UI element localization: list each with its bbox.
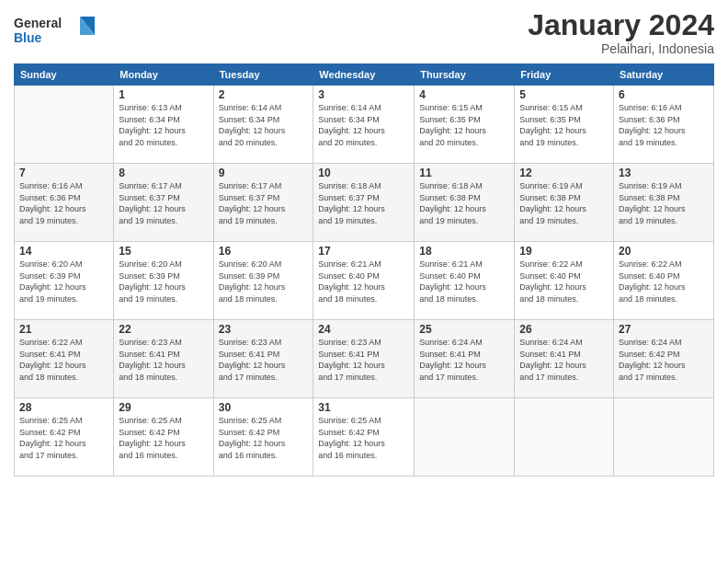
calendar-cell: 4Sunrise: 6:15 AM Sunset: 6:35 PM Daylig… bbox=[415, 86, 515, 164]
calendar-cell bbox=[415, 398, 515, 477]
calendar-cell bbox=[515, 398, 614, 477]
calendar-cell: 5Sunrise: 6:15 AM Sunset: 6:35 PM Daylig… bbox=[515, 86, 614, 164]
calendar-title: January 2024 bbox=[528, 9, 714, 41]
calendar-cell: 3Sunrise: 6:14 AM Sunset: 6:34 PM Daylig… bbox=[313, 86, 415, 164]
week-row-2: 7Sunrise: 6:16 AM Sunset: 6:36 PM Daylig… bbox=[15, 164, 714, 242]
day-number: 22 bbox=[119, 323, 208, 336]
calendar-cell: 10Sunrise: 6:18 AM Sunset: 6:37 PM Dayli… bbox=[313, 164, 415, 242]
calendar-subtitle: Pelaihari, Indonesia bbox=[528, 41, 714, 56]
day-number: 8 bbox=[119, 167, 208, 179]
day-info: Sunrise: 6:22 AM Sunset: 6:40 PM Dayligh… bbox=[619, 259, 709, 304]
day-number: 20 bbox=[619, 245, 709, 258]
day-number: 26 bbox=[519, 323, 609, 336]
weekday-header-thursday: Thursday bbox=[415, 64, 515, 86]
calendar-cell bbox=[614, 398, 714, 477]
weekday-header-friday: Friday bbox=[515, 64, 614, 86]
calendar-cell: 13Sunrise: 6:19 AM Sunset: 6:38 PM Dayli… bbox=[614, 164, 714, 242]
day-info: Sunrise: 6:19 AM Sunset: 6:38 PM Dayligh… bbox=[519, 180, 609, 226]
day-info: Sunrise: 6:25 AM Sunset: 6:42 PM Dayligh… bbox=[19, 415, 108, 461]
day-number: 2 bbox=[219, 88, 309, 101]
calendar-cell: 19Sunrise: 6:22 AM Sunset: 6:40 PM Dayli… bbox=[515, 242, 614, 320]
calendar-cell: 12Sunrise: 6:19 AM Sunset: 6:38 PM Dayli… bbox=[515, 164, 614, 242]
day-info: Sunrise: 6:24 AM Sunset: 6:42 PM Dayligh… bbox=[619, 337, 709, 383]
calendar-cell: 31Sunrise: 6:25 AM Sunset: 6:42 PM Dayli… bbox=[313, 398, 415, 477]
calendar-cell: 30Sunrise: 6:25 AM Sunset: 6:42 PM Dayli… bbox=[213, 398, 313, 477]
day-info: Sunrise: 6:23 AM Sunset: 6:41 PM Dayligh… bbox=[119, 337, 208, 383]
day-number: 10 bbox=[318, 167, 409, 179]
week-row-5: 28Sunrise: 6:25 AM Sunset: 6:42 PM Dayli… bbox=[15, 398, 714, 477]
calendar-cell: 23Sunrise: 6:23 AM Sunset: 6:41 PM Dayli… bbox=[213, 320, 313, 398]
week-row-3: 14Sunrise: 6:20 AM Sunset: 6:39 PM Dayli… bbox=[15, 242, 714, 320]
svg-text:General: General bbox=[14, 16, 62, 30]
day-number: 30 bbox=[219, 401, 309, 414]
day-info: Sunrise: 6:25 AM Sunset: 6:42 PM Dayligh… bbox=[119, 415, 208, 461]
day-number: 18 bbox=[419, 245, 509, 258]
day-info: Sunrise: 6:20 AM Sunset: 6:39 PM Dayligh… bbox=[119, 259, 208, 304]
calendar-table: SundayMondayTuesdayWednesdayThursdayFrid… bbox=[14, 63, 714, 477]
calendar-cell: 24Sunrise: 6:23 AM Sunset: 6:41 PM Dayli… bbox=[313, 320, 415, 398]
calendar-cell: 8Sunrise: 6:17 AM Sunset: 6:37 PM Daylig… bbox=[114, 164, 213, 242]
weekday-header-saturday: Saturday bbox=[614, 64, 714, 86]
logo: General Blue bbox=[14, 9, 97, 54]
day-number: 5 bbox=[519, 88, 609, 101]
calendar-cell: 20Sunrise: 6:22 AM Sunset: 6:40 PM Dayli… bbox=[614, 242, 714, 320]
calendar-cell: 7Sunrise: 6:16 AM Sunset: 6:36 PM Daylig… bbox=[15, 164, 114, 242]
day-number: 9 bbox=[219, 167, 309, 179]
day-number: 29 bbox=[119, 401, 208, 414]
logo-area: General Blue bbox=[14, 9, 97, 54]
weekday-header-row: SundayMondayTuesdayWednesdayThursdayFrid… bbox=[15, 64, 714, 86]
day-info: Sunrise: 6:24 AM Sunset: 6:41 PM Dayligh… bbox=[419, 337, 509, 383]
calendar-cell: 25Sunrise: 6:24 AM Sunset: 6:41 PM Dayli… bbox=[415, 320, 515, 398]
day-number: 21 bbox=[19, 323, 108, 336]
day-info: Sunrise: 6:16 AM Sunset: 6:36 PM Dayligh… bbox=[19, 180, 108, 226]
day-info: Sunrise: 6:21 AM Sunset: 6:40 PM Dayligh… bbox=[318, 259, 409, 304]
svg-text:Blue: Blue bbox=[14, 30, 42, 45]
calendar-cell: 27Sunrise: 6:24 AM Sunset: 6:42 PM Dayli… bbox=[614, 320, 714, 398]
calendar-cell: 18Sunrise: 6:21 AM Sunset: 6:40 PM Dayli… bbox=[415, 242, 515, 320]
day-info: Sunrise: 6:20 AM Sunset: 6:39 PM Dayligh… bbox=[19, 259, 108, 304]
day-info: Sunrise: 6:20 AM Sunset: 6:39 PM Dayligh… bbox=[219, 259, 309, 304]
day-number: 4 bbox=[419, 88, 509, 101]
calendar-cell: 9Sunrise: 6:17 AM Sunset: 6:37 PM Daylig… bbox=[213, 164, 313, 242]
weekday-header-wednesday: Wednesday bbox=[313, 64, 415, 86]
weekday-header-monday: Monday bbox=[114, 64, 213, 86]
weekday-header-sunday: Sunday bbox=[15, 64, 114, 86]
day-number: 31 bbox=[318, 401, 409, 414]
day-number: 27 bbox=[619, 323, 709, 336]
day-info: Sunrise: 6:18 AM Sunset: 6:37 PM Dayligh… bbox=[318, 180, 409, 226]
calendar-cell: 16Sunrise: 6:20 AM Sunset: 6:39 PM Dayli… bbox=[213, 242, 313, 320]
day-number: 12 bbox=[519, 167, 609, 179]
calendar-cell: 29Sunrise: 6:25 AM Sunset: 6:42 PM Dayli… bbox=[114, 398, 213, 477]
day-info: Sunrise: 6:22 AM Sunset: 6:41 PM Dayligh… bbox=[19, 337, 108, 383]
day-info: Sunrise: 6:18 AM Sunset: 6:38 PM Dayligh… bbox=[419, 180, 509, 226]
calendar-cell: 1Sunrise: 6:13 AM Sunset: 6:34 PM Daylig… bbox=[114, 86, 213, 164]
day-number: 14 bbox=[19, 245, 108, 258]
day-number: 16 bbox=[219, 245, 309, 258]
calendar-cell: 26Sunrise: 6:24 AM Sunset: 6:41 PM Dayli… bbox=[515, 320, 614, 398]
day-info: Sunrise: 6:21 AM Sunset: 6:40 PM Dayligh… bbox=[419, 259, 509, 304]
day-info: Sunrise: 6:19 AM Sunset: 6:38 PM Dayligh… bbox=[619, 180, 709, 226]
day-info: Sunrise: 6:17 AM Sunset: 6:37 PM Dayligh… bbox=[119, 180, 208, 226]
day-number: 28 bbox=[19, 401, 108, 414]
day-number: 24 bbox=[318, 323, 409, 336]
day-info: Sunrise: 6:14 AM Sunset: 6:34 PM Dayligh… bbox=[318, 102, 409, 148]
day-info: Sunrise: 6:13 AM Sunset: 6:34 PM Dayligh… bbox=[119, 102, 208, 148]
calendar-cell: 6Sunrise: 6:16 AM Sunset: 6:36 PM Daylig… bbox=[614, 86, 714, 164]
day-number: 6 bbox=[619, 88, 709, 101]
day-info: Sunrise: 6:23 AM Sunset: 6:41 PM Dayligh… bbox=[219, 337, 309, 383]
day-number: 1 bbox=[119, 88, 208, 101]
day-info: Sunrise: 6:25 AM Sunset: 6:42 PM Dayligh… bbox=[219, 415, 309, 461]
week-row-4: 21Sunrise: 6:22 AM Sunset: 6:41 PM Dayli… bbox=[15, 320, 714, 398]
day-number: 19 bbox=[519, 245, 609, 258]
day-info: Sunrise: 6:14 AM Sunset: 6:34 PM Dayligh… bbox=[219, 102, 309, 148]
day-number: 23 bbox=[219, 323, 309, 336]
day-info: Sunrise: 6:15 AM Sunset: 6:35 PM Dayligh… bbox=[419, 102, 509, 148]
day-number: 7 bbox=[19, 167, 108, 179]
day-number: 25 bbox=[419, 323, 509, 336]
page: General Blue January 2024 Pelaihari, Ind… bbox=[0, 0, 728, 563]
calendar-cell bbox=[15, 86, 114, 164]
weekday-header-tuesday: Tuesday bbox=[213, 64, 313, 86]
day-number: 15 bbox=[119, 245, 208, 258]
day-info: Sunrise: 6:17 AM Sunset: 6:37 PM Dayligh… bbox=[219, 180, 309, 226]
day-info: Sunrise: 6:24 AM Sunset: 6:41 PM Dayligh… bbox=[519, 337, 609, 383]
